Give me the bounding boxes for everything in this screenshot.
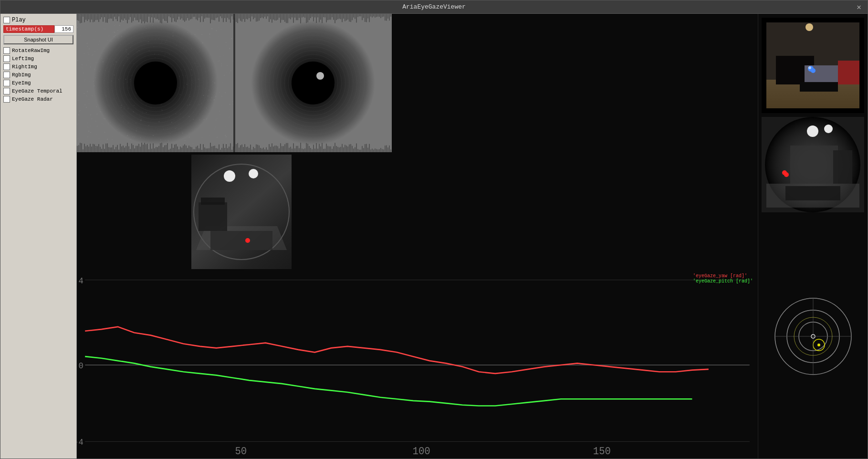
svg-text:150: 150 xyxy=(593,446,611,457)
right-img-label: RightImg xyxy=(12,64,37,70)
timestamp-label: timestamp(s) xyxy=(3,25,54,33)
rgb-img-checkbox[interactable] xyxy=(3,72,10,78)
eyegaze-temporal-item: EyeGaze Temporal xyxy=(3,88,73,94)
top-spacer xyxy=(392,14,758,152)
play-label: Play xyxy=(12,17,26,23)
eye-camera-canvas xyxy=(77,14,392,152)
timestamp-value: 156 xyxy=(54,25,73,33)
rotate-raw-checkbox[interactable] xyxy=(3,47,10,54)
svg-text:4: 4 xyxy=(78,276,83,286)
right-img-checkbox[interactable] xyxy=(3,63,10,70)
main-content: 'eyeGaze_yaw [rad]' 'eyeGaze_pitch [rad]… xyxy=(77,14,758,459)
legend-pitch: 'eyeGaze_pitch [rad]' xyxy=(693,279,753,284)
eye-img-item: EyeImg xyxy=(3,80,73,86)
svg-text:100: 100 xyxy=(413,446,430,457)
right-img-item: RightImg xyxy=(3,63,73,70)
play-row: Play xyxy=(3,17,73,23)
right-cam-color xyxy=(762,18,864,113)
right-cam-gray xyxy=(762,117,864,212)
eyegaze-temporal-checkbox[interactable] xyxy=(3,88,10,94)
right-cam-color-canvas xyxy=(762,18,864,113)
eyegaze-radar-checkbox[interactable] xyxy=(3,96,10,103)
scene-camera-canvas xyxy=(191,155,292,269)
eyegaze-radar-item: EyeGaze Radar xyxy=(3,96,73,103)
title-bar: AriaEyeGazeViewer ✕ xyxy=(0,0,868,14)
right-panel xyxy=(758,14,868,459)
window-title: AriaEyeGazeViewer xyxy=(402,3,466,10)
eyegaze-radar-label: EyeGaze Radar xyxy=(12,96,53,102)
right-cam-gray-canvas xyxy=(762,117,864,212)
left-panel: Play timestamp(s) 156 Snapshot UI Rotate… xyxy=(0,14,77,459)
chart-panel: 'eyeGaze_yaw [rad]' 'eyeGaze_pitch [rad]… xyxy=(77,271,758,459)
eye-img-label: EyeImg xyxy=(12,80,31,86)
radar-svg xyxy=(770,293,856,379)
left-img-item: LeftImg xyxy=(3,55,73,62)
rotate-raw-label: RotateRawImg xyxy=(12,48,50,53)
svg-point-14 xyxy=(817,344,820,346)
chart-legend: 'eyeGaze_yaw [rad]' 'eyeGaze_pitch [rad]… xyxy=(693,273,753,284)
svg-text:0: 0 xyxy=(78,361,83,371)
radar-panel xyxy=(758,214,868,459)
middle-spacer xyxy=(292,152,758,271)
scene-row xyxy=(77,152,758,271)
eye-camera-row xyxy=(77,14,758,152)
eye-camera-panel xyxy=(77,14,392,152)
play-checkbox[interactable] xyxy=(3,17,10,23)
timestamp-row: timestamp(s) 156 xyxy=(3,25,73,33)
scene-camera-panel xyxy=(191,155,292,269)
rgb-img-item: RgbImg xyxy=(3,72,73,78)
close-button[interactable]: ✕ xyxy=(854,2,864,12)
main-window: AriaEyeGazeViewer ✕ Play timestamp(s) 15… xyxy=(0,0,868,459)
svg-text:-4: -4 xyxy=(77,438,84,447)
rgb-img-label: RgbImg xyxy=(12,72,31,78)
eye-img-checkbox[interactable] xyxy=(3,80,10,86)
legend-yaw: 'eyeGaze_yaw [rad]' xyxy=(693,273,753,279)
eyegaze-temporal-label: EyeGaze Temporal xyxy=(12,88,63,94)
content-area: Play timestamp(s) 156 Snapshot UI Rotate… xyxy=(0,14,868,459)
chart-svg: 50 100 150 0 4 -4 xyxy=(77,271,758,459)
rotate-raw-item: RotateRawImg xyxy=(3,47,73,54)
svg-text:50: 50 xyxy=(235,446,247,457)
snapshot-button[interactable]: Snapshot UI xyxy=(3,35,73,44)
left-img-label: LeftImg xyxy=(12,56,34,62)
left-img-checkbox[interactable] xyxy=(3,55,10,62)
